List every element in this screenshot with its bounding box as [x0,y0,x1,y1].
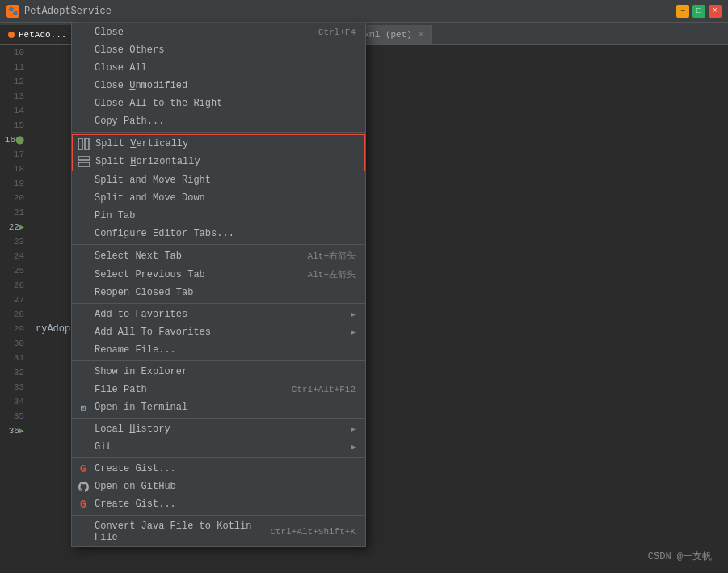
gist-icon-2: G [77,498,90,511]
svg-rect-1 [85,138,89,150]
gutter-line-36: 36 ▶ [0,423,27,438]
menu-item-convert-java-kotlin[interactable]: Convert Java File to Kotlin File Ctrl+Al… [72,517,365,546]
menu-item-select-next-tab[interactable]: Select Next Tab Alt+右箭头 [72,246,365,265]
menu-item-split-horizontally[interactable]: Split Horizontally [72,153,365,171]
maximize-button[interactable]: □ [692,5,705,18]
svg-rect-3 [78,162,90,166]
menu-separator-3 [72,303,365,304]
split-horizontally-icon [78,155,90,168]
gutter-line-21: 21 [0,205,27,220]
gutter-line-24: 24 [0,249,27,263]
menu-item-close-unmodified[interactable]: Close Unmodified [72,77,365,95]
gutter-line-16: 16 ⬤ [0,133,27,147]
gutter-line-33: 33 [0,380,27,394]
menu-item-configure-editor-tabs[interactable]: Configure Editor Tabs... [72,225,365,242]
title-bar: 🐾 PetAdoptService − □ × [0,0,728,23]
close-button[interactable]: × [709,5,722,18]
menu-separator-2 [72,244,365,245]
gutter-line-31: 31 [0,351,27,365]
gutter-line-30: 30 [0,336,27,351]
menu-separator-5 [72,418,365,419]
gutter-line-25: 25 [0,263,27,278]
gutter-line-20: 20 [0,191,27,205]
menu-separator-7 [72,515,365,516]
gutter-line-34: 34 [0,394,27,409]
gutter-line-15: 15 [0,118,27,133]
menu-item-copy-path[interactable]: Copy Path... [72,112,365,130]
watermark: CSDN @一支帆 [648,550,712,563]
gutter-line-17: 17 [0,147,27,162]
gutter-line-28: 28 [0,307,27,322]
window-controls: − □ × [676,5,722,18]
menu-item-split-vertically[interactable]: Split Vertically [72,134,365,153]
gutter-line-29: 29 [0,322,27,336]
menu-item-file-path[interactable]: File Path Ctrl+Alt+F12 [72,381,365,398]
gutter-line-18: 18 [0,162,27,176]
menu-item-pin-tab[interactable]: Pin Tab [72,207,365,225]
menu-item-open-in-terminal[interactable]: ⊡ Open in Terminal [72,398,365,416]
gutter-line-27: 27 [0,293,27,307]
submenu-arrow: ▶ [351,310,356,319]
menu-item-close-others[interactable]: Close Others [72,41,365,59]
submenu-arrow: ▶ [351,424,356,434]
menu-item-git[interactable]: Git ▶ [72,438,365,456]
menu-item-split-move-right[interactable]: Split and Move Right [72,171,365,189]
menu-item-add-all-to-favorites[interactable]: Add All To Favorites ▶ [72,323,365,341]
menu-separator-6 [72,457,365,458]
menu-item-show-in-explorer[interactable]: Show in Explorer [72,363,365,381]
context-menu: Close Ctrl+F4 Close Others Close All Clo… [71,23,366,547]
menu-separator-4 [72,360,365,361]
gutter-line-13: 13 [0,89,27,103]
terminal-icon: ⊡ [77,401,90,414]
line-number-gutter: 10 11 12 13 14 15 16 ⬤ 17 18 19 20 21 22… [0,45,32,573]
menu-item-create-gist-1[interactable]: G Create Gist... [72,460,365,478]
github-icon [77,480,90,493]
app-icon: 🐾 [6,5,19,18]
menu-item-rename-file[interactable]: Rename File... [72,341,365,359]
submenu-arrow: ▶ [351,327,356,337]
svg-rect-0 [78,138,82,150]
menu-item-close-all[interactable]: Close All [72,59,365,77]
menu-item-reopen-closed-tab[interactable]: Reopen Closed Tab [72,284,365,301]
submenu-arrow: ▶ [351,442,356,452]
gutter-line-10: 10 [0,45,27,60]
menu-item-open-on-github[interactable]: Open on GitHub [72,478,365,495]
menu-item-close-all-right[interactable]: Close All to the Right [72,95,365,112]
menu-item-split-move-down[interactable]: Split and Move Down [72,189,365,207]
gutter-line-26: 26 [0,278,27,293]
gutter-line-12: 12 [0,74,27,89]
gutter-line-14: 14 [0,103,27,118]
tab-close-icon[interactable]: × [419,31,423,40]
menu-item-select-prev-tab[interactable]: Select Previous Tab Alt+左箭头 [72,265,365,284]
gutter-line-19: 19 [0,176,27,191]
gutter-line-22: 22 ▶ [0,220,27,234]
tab-label: PetAdo... [19,30,66,40]
menu-separator-1 [72,132,365,133]
app-icon-letter: 🐾 [8,6,18,16]
gutter-line-11: 11 [0,60,27,74]
tab-petadopt[interactable]: PetAdo... [0,25,75,44]
gutter-line-32: 32 [0,365,27,380]
menu-item-create-gist-2[interactable]: G Create Gist... [72,495,365,513]
gutter-line-23: 23 [0,234,27,249]
app-title: PetAdoptService [24,6,112,17]
tab-dot [8,32,15,38]
minimize-button[interactable]: − [676,5,689,18]
menu-item-local-history[interactable]: Local History ▶ [72,420,365,438]
gist-icon-1: G [77,462,90,475]
gutter-line-35: 35 [0,409,27,423]
svg-rect-2 [78,156,90,160]
menu-item-close[interactable]: Close Ctrl+F4 [72,23,365,41]
menu-item-add-to-favorites[interactable]: Add to Favorites ▶ [72,305,365,323]
split-vertically-icon [78,137,90,150]
